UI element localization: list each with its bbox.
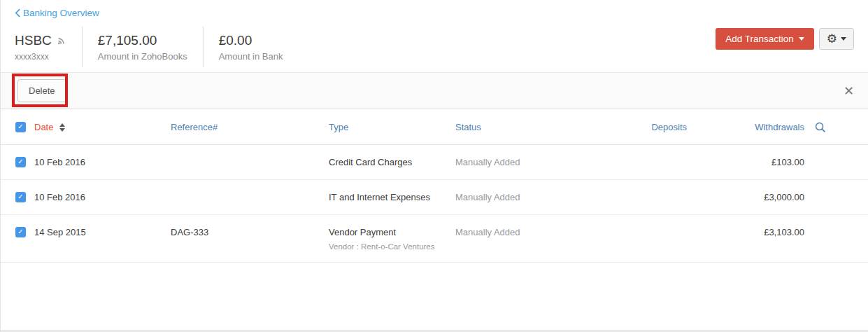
cell-withdrawals: £3,000.00	[687, 180, 804, 202]
cell-status: Manually Added	[455, 215, 602, 237]
delete-button[interactable]: Delete	[17, 79, 66, 102]
bulk-actions-toolbar: Delete ✕	[1, 72, 868, 109]
column-header-date[interactable]: Date	[34, 109, 171, 132]
cell-reference	[171, 180, 329, 192]
cell-status: Manually Added	[455, 180, 602, 202]
account-header: HSBC xxxx3xxx £7,105.00 Amount in ZohoBo…	[15, 27, 700, 67]
column-header-deposits[interactable]: Deposits	[602, 109, 687, 132]
chevron-down-icon	[799, 37, 804, 41]
row-checkbox[interactable]	[15, 227, 26, 237]
column-header-type[interactable]: Type	[329, 109, 455, 132]
table-header-row: Date Reference# Type Status Deposits Wit…	[1, 109, 868, 145]
cell-type: Credit Card Charges	[329, 145, 455, 167]
amount-in-zohobooks-label: Amount in ZohoBooks	[98, 51, 187, 62]
add-transaction-label: Add Transaction	[725, 34, 794, 44]
cell-type: Vendor Payment Vendor : Rent-o-Car Ventu…	[329, 215, 455, 251]
banking-transactions-page: Banking Overview HSBC xxxx3xxx £7,105.00…	[0, 0, 868, 332]
close-icon[interactable]: ✕	[844, 85, 854, 97]
cell-reference	[171, 145, 329, 157]
cell-deposits	[602, 180, 687, 192]
account-name: HSBC	[15, 33, 52, 48]
cell-type-sub: Vendor : Rent-o-Car Ventures	[329, 242, 455, 251]
select-all-checkbox[interactable]	[15, 122, 26, 132]
sort-icon	[59, 123, 65, 132]
search-icon	[815, 122, 826, 133]
table-row[interactable]: 10 Feb 2016 IT and Internet Expenses Man…	[1, 180, 868, 215]
column-header-reference[interactable]: Reference#	[171, 109, 329, 132]
transactions-table: Date Reference# Type Status Deposits Wit…	[1, 109, 868, 263]
feed-icon	[57, 36, 66, 46]
cell-date: 14 Sep 2015	[34, 215, 171, 237]
gear-icon: ⚙	[827, 33, 837, 45]
account-block: HSBC xxxx3xxx	[15, 33, 82, 62]
cell-status: Manually Added	[455, 145, 602, 167]
cell-deposits	[602, 215, 687, 227]
cell-type: IT and Internet Expenses	[329, 180, 455, 202]
settings-button[interactable]: ⚙	[819, 28, 854, 50]
account-number-masked: xxxx3xxx	[15, 52, 66, 62]
amount-in-zohobooks-value: £7,105.00	[98, 33, 187, 48]
cell-withdrawals: £103.00	[687, 145, 804, 167]
chevron-down-icon	[841, 37, 846, 41]
cell-type-main: Vendor Payment	[329, 227, 455, 237]
amount-in-zohobooks-block: £7,105.00 Amount in ZohoBooks	[83, 33, 203, 62]
column-header-status[interactable]: Status	[455, 109, 602, 132]
row-checkbox[interactable]	[15, 157, 26, 167]
cell-date: 10 Feb 2016	[34, 180, 171, 202]
cell-deposits	[602, 145, 687, 157]
amount-in-bank-value: £0.00	[219, 33, 283, 48]
search-button[interactable]	[804, 109, 868, 135]
add-transaction-button[interactable]: Add Transaction	[716, 28, 814, 50]
cell-date: 10 Feb 2016	[34, 145, 171, 167]
cell-reference: DAG-333	[171, 215, 329, 237]
row-checkbox[interactable]	[15, 192, 26, 202]
header-actions: Add Transaction ⚙	[716, 28, 854, 50]
column-header-date-label: Date	[34, 122, 53, 132]
cell-withdrawals: £3,103.00	[687, 215, 804, 237]
amount-in-bank-label: Amount in Bank	[219, 51, 283, 62]
chevron-left-icon	[15, 8, 21, 18]
table-row[interactable]: 10 Feb 2016 Credit Card Charges Manually…	[1, 145, 868, 180]
amount-in-bank-block: £0.00 Amount in Bank	[204, 33, 299, 62]
breadcrumb-label: Banking Overview	[23, 8, 99, 18]
breadcrumb-back-link[interactable]: Banking Overview	[15, 8, 99, 18]
table-row[interactable]: 14 Sep 2015 DAG-333 Vendor Payment Vendo…	[1, 215, 868, 263]
column-header-withdrawals[interactable]: Withdrawals	[687, 109, 804, 132]
